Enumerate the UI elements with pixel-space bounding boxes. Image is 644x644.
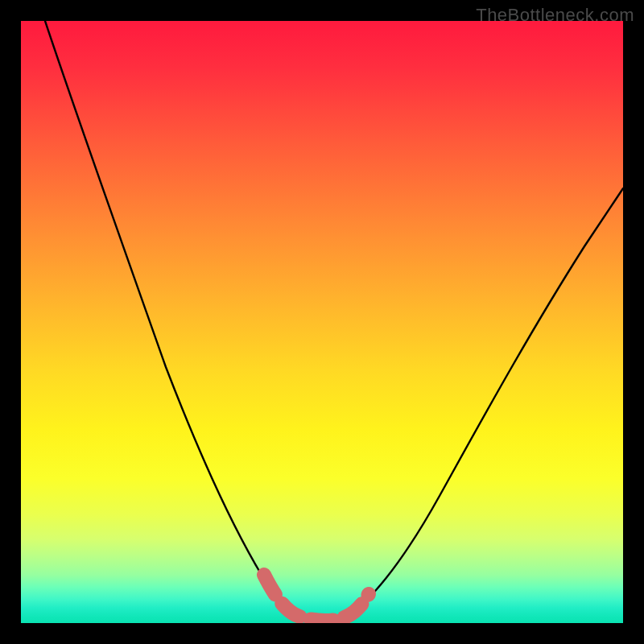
watermark-text: TheBottleneck.com	[476, 5, 634, 26]
chart-frame: TheBottleneck.com	[0, 0, 644, 644]
bottleneck-curve	[45, 21, 623, 620]
plot-area	[21, 21, 623, 623]
highlight-segment	[264, 575, 369, 621]
curve-layer	[21, 21, 623, 623]
